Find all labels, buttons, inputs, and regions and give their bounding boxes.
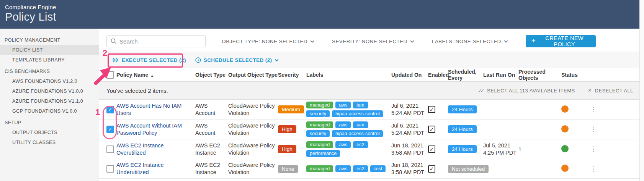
kebab-menu-icon[interactable]: ⋮ (588, 106, 599, 113)
policy-name-link[interactable]: AWS EC2 Instance Overutilized (116, 142, 195, 157)
select-all-available-button[interactable]: ✓✓ SELECT ALL 113 AVAILABLE ITEMS (478, 88, 575, 94)
label-chip[interactable]: performance (306, 150, 340, 157)
row-checkbox[interactable] (106, 165, 114, 173)
sidebar-item-policy-list[interactable]: POLICY LIST (0, 45, 99, 55)
labels-cell: managed aws iam security hipaa-access-co… (306, 102, 391, 117)
enabled-checkbox[interactable]: ✓ (428, 145, 435, 153)
column-processed-objects[interactable]: Processed Objects (518, 69, 561, 81)
updated-on-cell: Jul 6, 20215:24 AM PDT (391, 122, 428, 137)
object-type-filter[interactable]: OBJECT TYPE: NONE SELECTED (222, 39, 314, 44)
close-icon: × (588, 87, 592, 94)
table-row: ✓ AWS Account Without IAM Password Polic… (99, 120, 639, 139)
label-chip[interactable]: ec2 (353, 141, 368, 148)
double-check-icon: ✓✓ (478, 88, 482, 94)
label-chip[interactable]: managed (306, 141, 333, 148)
schedule-selected-button[interactable]: SCHEDULE SELECTED (2) (195, 57, 279, 63)
severity-badge: None (278, 165, 298, 173)
create-new-policy-button[interactable]: + CREATE NEW POLICY (526, 35, 596, 47)
kebab-menu-icon[interactable]: ⋮ (588, 165, 599, 173)
column-scheduled-every[interactable]: Scheduled, Every (448, 69, 483, 81)
search-input[interactable] (106, 35, 206, 47)
sidebar-item-azure-foundations-110[interactable]: AZURE FOUNDATIONS V1.1.0 (0, 96, 99, 106)
label-chip[interactable]: managed (306, 121, 333, 128)
sidebar-section-policy-management: POLICY MANAGEMENT (0, 35, 99, 45)
annotation-step-1: 1 (95, 107, 100, 117)
checkmark-icon: ✓ (430, 166, 434, 172)
top-header: Compliance Engine Policy List (0, 0, 639, 29)
chevron-down-icon (275, 59, 279, 61)
policy-name-link[interactable]: AWS Account Without IAM Password Policy (116, 122, 195, 137)
chevron-down-icon (504, 40, 508, 43)
vertical-scrollbar[interactable] (639, 0, 644, 181)
search-box (106, 35, 206, 47)
deselect-all-label: DESELECT ALL (595, 88, 633, 94)
enabled-checkbox[interactable]: ✓ (428, 106, 435, 113)
label-chip[interactable]: security (306, 110, 330, 117)
sidebar-item-gcp-foundations[interactable]: GCP FOUNDATIONS V1.0.0 (0, 106, 99, 116)
label-chip[interactable]: aws (335, 165, 351, 172)
annotation-step-2: 2 (103, 48, 107, 58)
row-checkbox[interactable] (106, 145, 114, 153)
column-status[interactable]: Status (561, 72, 588, 78)
policy-name-link[interactable]: AWS Account Has No IAM Users (116, 102, 195, 117)
deselect-all-button[interactable]: × DESELECT ALL (588, 87, 633, 94)
sidebar-item-templates-library[interactable]: TEMPLATES LIBRARY (0, 55, 99, 65)
label-chip[interactable]: security (306, 130, 330, 137)
output-object-type-cell: CloudAware Policy Violation (228, 162, 278, 176)
create-new-policy-label: CREATE NEW POLICY (539, 35, 590, 47)
toolbar: OBJECT TYPE: NONE SELECTED SEVERITY: NON… (99, 29, 639, 52)
sidebar-item-output-objects[interactable]: OUTPUT OBJECTS (0, 128, 99, 137)
schedule-badge: 24 Hours (448, 105, 477, 113)
labels-filter[interactable]: LABELS: NONE SELECTED (432, 39, 508, 44)
column-last-run-on[interactable]: Last Run On (483, 72, 518, 78)
label-chip[interactable]: aws (335, 102, 351, 108)
label-chip[interactable]: ec2 (353, 165, 368, 172)
severity-filter[interactable]: SEVERITY: NONE SELECTED (332, 39, 414, 44)
sidebar-item-utility-classes[interactable]: UTILITY CLASSES (0, 137, 99, 147)
label-chip[interactable]: managed (306, 165, 333, 172)
severity-filter-label: SEVERITY: NONE SELECTED (332, 39, 407, 44)
sort-asc-icon: ▲ (150, 74, 154, 78)
label-chip[interactable]: aws (335, 121, 351, 128)
policy-name-link[interactable]: AWS EC2 Instance Underutilized (116, 162, 195, 176)
label-chip[interactable]: hipaa-access-control (332, 130, 383, 137)
page-title: Policy List (5, 11, 639, 23)
label-chip[interactable]: iam (353, 121, 368, 128)
sidebar: POLICY MANAGEMENT POLICY LIST TEMPLATES … (0, 29, 99, 181)
updated-on-cell: Jul 6, 20215:24 AM PDT (391, 102, 428, 117)
column-enabled[interactable]: Enabled (428, 72, 448, 78)
selection-bar: You've selected 2 items. ✓✓ SELECT ALL 1… (99, 81, 639, 100)
sidebar-item-aws-foundations[interactable]: AWS FOUNDATIONS V1.2.0 (0, 76, 99, 86)
status-dot (561, 125, 569, 133)
label-chip[interactable]: hipaa-access-control (332, 110, 383, 117)
column-updated-on[interactable]: Updated On (391, 72, 428, 78)
enabled-checkbox[interactable]: ✓ (428, 165, 435, 173)
checkmark-icon: ✓ (430, 146, 434, 152)
sidebar-item-azure-foundations-100[interactable]: AZURE FOUNDATIONS V1.0.0 (0, 86, 99, 96)
output-object-type-cell: CloudAware Policy Violation (228, 102, 278, 117)
chevron-down-icon (410, 40, 414, 43)
table-row: ✓ AWS Account Has No IAM Users AWS Accou… (99, 100, 639, 120)
status-dot (561, 165, 569, 172)
selection-message: You've selected 2 items. (106, 87, 168, 94)
label-chip[interactable]: aws (335, 141, 351, 148)
column-severity[interactable]: Severity (278, 72, 306, 78)
app-root: Compliance Engine Policy List POLICY MAN… (0, 0, 644, 181)
schedule-badge: 24 Hours (448, 125, 477, 133)
checkmark-icon: ✓ (430, 107, 434, 113)
kebab-menu-icon[interactable]: ⋮ (588, 126, 599, 133)
label-chip[interactable]: managed (306, 102, 333, 108)
column-object-type[interactable]: Object Type (195, 72, 228, 78)
enabled-checkbox[interactable]: ✓ (428, 126, 435, 133)
column-policy-name[interactable]: Policy Name▲ (116, 72, 195, 78)
label-chip[interactable]: iam (353, 102, 368, 108)
table-header-row: Policy Name▲ Object Type Output Object T… (99, 68, 639, 81)
column-output-object-type[interactable]: Output Object Type (228, 72, 278, 78)
severity-badge: High (278, 125, 296, 133)
updated-on-cell: Jun 18, 20213:58 AM PDT (391, 142, 428, 157)
kebab-menu-icon[interactable]: ⋮ (588, 145, 599, 153)
column-labels[interactable]: Labels (306, 72, 391, 78)
object-type-cell: AWS EC2 Instance (195, 162, 228, 176)
chevron-down-icon (310, 40, 314, 43)
label-chip[interactable]: cost (370, 165, 386, 172)
